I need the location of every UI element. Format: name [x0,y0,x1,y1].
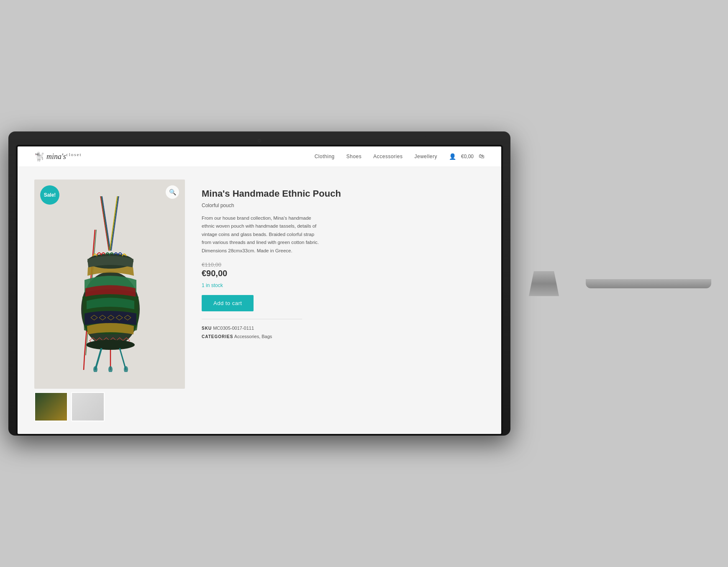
site-logo[interactable]: 🐩 mina'scloset [34,151,82,162]
main-product-image[interactable] [34,180,185,389]
product-description: From our house brand collection, Mina's … [202,214,319,255]
svg-line-2 [100,196,109,251]
svg-line-0 [101,196,110,251]
sku-label: SKU [202,326,212,331]
nav-accessories[interactable]: Accessories [373,154,402,159]
account-icon[interactable]: 👤 [449,153,456,160]
site-header: 🐩 mina'scloset Clothing Shoes Accessorie… [18,146,501,167]
product-title: Mina's Handmade Ethnic Pouch [202,188,484,200]
nav-jewellery[interactable]: Jewellery [414,154,437,159]
zoom-button[interactable]: 🔍 [166,185,179,199]
monitor-screen: 🐩 mina'scloset Clothing Shoes Accessorie… [18,146,501,434]
logo-brand-text: mina'scloset [46,152,82,161]
meta-divider [202,319,302,319]
stock-status: 1 in stock [202,282,484,288]
categories-row: Categories Accessories, Bags [202,333,484,341]
monitor-shell: 🐩 mina'scloset Clothing Shoes Accessorie… [8,131,510,436]
cart-price: €0,00 [461,154,474,159]
site-nav: Clothing Shoes Accessories Jewellery 👤 €… [315,153,484,160]
thumbnail-2[interactable] [71,392,105,421]
add-to-cart-button[interactable]: Add to cart [202,295,254,311]
logo-dog-icon: 🐩 [34,151,45,162]
site-content: Sale! 🔍 [18,167,501,434]
svg-line-1 [102,196,110,251]
svg-line-17 [84,355,85,370]
svg-line-5 [110,196,117,251]
product-info: Mina's Handmade Ethnic Pouch Colorful po… [202,180,484,421]
price-sale: €90,00 [202,269,484,278]
monitor-screen-bezel: 🐩 mina'scloset Clothing Shoes Accessorie… [16,145,503,436]
nav-clothing[interactable]: Clothing [315,154,335,159]
pouch-illustration [72,196,147,372]
nav-shoes[interactable]: Shoes [346,154,362,159]
svg-point-14 [108,366,113,372]
product-gallery: Sale! 🔍 [34,180,185,421]
sku-row: SKU MC0305-0017-0111 [202,324,484,333]
product-meta: SKU MC0305-0017-0111 Categories Accessor… [202,324,484,341]
cart-icon[interactable]: 🛍 [479,153,484,160]
svg-line-4 [111,196,119,251]
svg-point-9 [86,340,135,350]
monitor-base [586,279,711,288]
monitor-neck [519,271,569,296]
svg-line-11 [96,348,102,370]
product-subtitle: Colorful pouch [202,203,484,208]
thumbnail-1[interactable] [34,392,68,421]
thumbnail-row [34,392,185,421]
price-original: €110,00 [202,262,484,268]
monitor-camera [258,139,261,142]
nav-icons: 👤 €0,00 🛍 [449,153,484,160]
categories-label: Categories [202,334,233,339]
svg-line-3 [110,196,118,251]
sale-badge: Sale! [40,185,59,205]
